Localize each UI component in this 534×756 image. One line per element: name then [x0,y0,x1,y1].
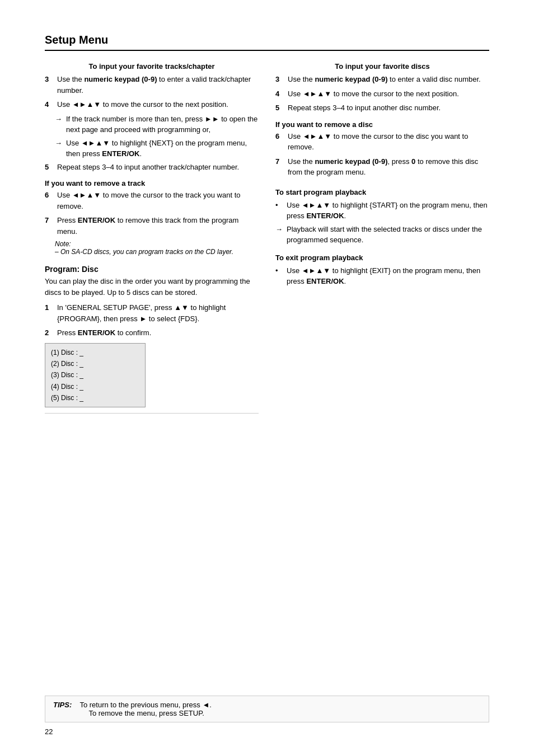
step-7-left: 7 Press ENTER/OK to remove this track fr… [45,215,259,237]
step-content-2p: Press ENTER/OK to confirm. [57,327,259,339]
sub-heading-remove-track: If you want to remove a track [45,179,259,187]
step-5-right: 5 Repeat steps 3–4 to input another disc… [275,102,489,114]
step-content-7r: Use the numeric keypad (0-9), press 0 to… [288,156,489,178]
step-content-5l: Repeat steps 3–4 to input another track/… [57,162,259,173]
step-5-left: 5 Repeat steps 3–4 to input another trac… [45,162,259,173]
step-4-right: 4 Use ◄►▲▼ to move the cursor to the nex… [275,88,489,100]
divider-left [45,413,259,414]
program-disc-heading: Program: Disc [45,265,259,274]
step-content-4r: Use ◄►▲▼ to move the cursor to the next … [288,88,489,100]
step-6-left: 6 Use ◄►▲▼ to move the cursor to the tra… [45,190,259,212]
step-6-right: 6 Use ◄►▲▼ to move the cursor to the dis… [275,131,489,153]
disc-list-box: (1) Disc : _ (2) Disc : _ (3) Disc : _ (… [45,343,146,408]
step-num-7l: 7 [45,215,55,237]
note-text: – On SA-CD discs, you can program tracks… [55,248,233,256]
step-content-3l: Use the numeric keypad (0-9) to enter a … [57,74,259,96]
two-column-layout: To input your favorite tracks/chapter 3 … [45,57,489,419]
step-4-left: 4 Use ◄►▲▼ to move the cursor to the nex… [45,99,259,110]
page-number: 22 [45,727,53,736]
page: Setup Menu To input your favorite tracks… [0,0,534,756]
arrow-text-1: If the track number is more than ten, pr… [66,114,259,135]
disc-item-1: (1) Disc : _ [51,347,139,358]
arrow-text-2: Use ◄►▲▼ to highlight {NEXT} on the prog… [66,138,259,159]
step-content-3r: Use the numeric keypad (0-9) to enter a … [288,74,489,85]
step-3-left: 3 Use the numeric keypad (0-9) to enter … [45,74,259,96]
arrow-icon-playback: → [275,224,284,246]
step-num-7r: 7 [275,156,285,178]
page-title: Setup Menu [45,34,489,51]
step-num-5l: 5 [45,162,55,173]
step-num-1p: 1 [45,302,55,324]
section3-heading: To start program playback [275,188,489,196]
note-label: Note: [55,240,71,248]
step-num-2p: 2 [45,327,55,339]
left-column: To input your favorite tracks/chapter 3 … [45,57,259,419]
step-content-6r: Use ◄►▲▼ to move the cursor to the disc … [288,131,489,153]
bullet-text-start-1: Use ◄►▲▼ to highlight {START} on the pro… [287,200,489,222]
step-3-right: 3 Use the numeric keypad (0-9) to enter … [275,74,489,85]
tips-box: TIPS: To return to the previous menu, pr… [45,696,489,722]
step-num-3r: 3 [275,74,285,85]
step-content-4l: Use ◄►▲▼ to move the cursor to the next … [57,99,259,110]
step-content-1p: In 'GENERAL SETUP PAGE', press ▲▼ to hig… [57,302,259,324]
sub-heading-remove-disc: If you want to remove a disc [275,120,489,129]
step-content-7l: Press ENTER/OK to remove this track from… [57,215,259,237]
section2-heading: To input your favorite discs [275,62,489,71]
disc-item-4: (4) Disc : _ [51,381,139,392]
section3-heading-wrapper: To start program playback [275,188,489,196]
step-content-5r: Repeat steps 3–4 to input another disc n… [288,102,489,114]
step-content-6l: Use ◄►▲▼ to move the cursor to the track… [57,190,259,212]
step-num-3l: 3 [45,74,55,96]
step-2-program: 2 Press ENTER/OK to confirm. [45,327,259,339]
bullet-exit-1: • Use ◄►▲▼ to highlight {EXIT} on the pr… [275,265,489,287]
step-1-program: 1 In 'GENERAL SETUP PAGE', press ▲▼ to h… [45,302,259,324]
step-num-4l: 4 [45,99,55,110]
step-num-5r: 5 [275,102,285,114]
tips-label: TIPS: [53,701,72,709]
bullet-icon-1: • [275,200,284,222]
arrow-item-2: → Use ◄►▲▼ to highlight {NEXT} on the pr… [45,138,259,159]
bullet-icon-exit: • [275,265,284,287]
step-7-right: 7 Use the numeric keypad (0-9), press 0 … [275,156,489,178]
disc-item-3: (3) Disc : _ [51,369,139,381]
arrow-playback: → Playback will start with the selected … [275,224,489,246]
bullet-start-1: • Use ◄►▲▼ to highlight {START} on the p… [275,200,489,222]
tips-line1: To return to the previous menu, press ◄. [79,701,211,709]
section1-heading: To input your favorite tracks/chapter [45,62,259,71]
step-num-4r: 4 [275,88,285,100]
section4-heading: To exit program playback [275,253,489,262]
arrow-icon-2: → [55,138,64,159]
arrow-icon-1: → [55,114,64,135]
program-disc-body: You can play the disc in the order you w… [45,276,259,298]
arrow-text-playback: Playback will start with the selected tr… [287,224,489,246]
tips-line2: To remove the menu, press SETUP. [88,709,204,717]
disc-item-5: (5) Disc : _ [51,392,139,403]
step-num-6l: 6 [45,190,55,212]
disc-item-2: (2) Disc : _ [51,358,139,369]
note-section: Note: – On SA-CD discs, you can program … [45,240,259,256]
step-num-6r: 6 [275,131,285,153]
bullet-text-exit-1: Use ◄►▲▼ to highlight {EXIT} on the prog… [287,265,489,287]
arrow-item-1: → If the track number is more than ten, … [45,114,259,135]
right-column: To input your favorite discs 3 Use the n… [275,57,489,419]
section4-heading-wrapper: To exit program playback [275,253,489,262]
